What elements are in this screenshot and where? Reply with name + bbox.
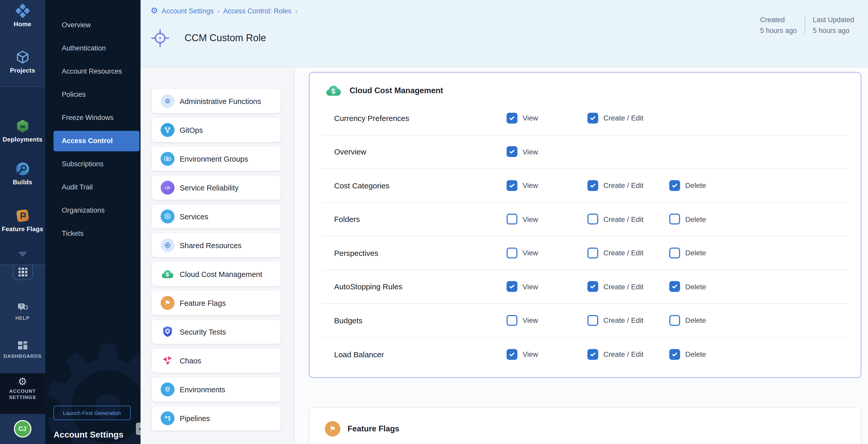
delete-cell: Delete — [669, 214, 848, 225]
permission-row-label: Currency Preferences — [334, 114, 506, 123]
view-checkbox[interactable] — [506, 214, 518, 225]
module-chevron-button[interactable] — [0, 252, 45, 257]
create-checkbox[interactable] — [587, 248, 598, 258]
apps-grid-button[interactable] — [13, 264, 33, 280]
nav-help[interactable]: ?HELP — [0, 301, 45, 321]
view-cell: View — [506, 281, 587, 292]
envgroups-icon — [161, 152, 175, 166]
module-item-servicerel[interactable]: Service Reliability — [152, 176, 281, 200]
sidebar-item-subscriptions[interactable]: Subscriptions — [45, 152, 140, 176]
create-checkbox[interactable] — [587, 281, 598, 292]
module-nav-strip: HomeProjects∞DeploymentsBuildsFeature Fl… — [0, 0, 45, 444]
module-label: GitOps — [180, 126, 203, 134]
sidebar-item-organizations[interactable]: Organizations — [45, 199, 140, 222]
checkbox-label: Delete — [685, 249, 706, 257]
create-permission: Create / Edit — [587, 113, 669, 124]
module-item-shared[interactable]: Shared Resources — [152, 233, 281, 257]
module-item-admin[interactable]: ⚙Administrative Functions — [152, 89, 281, 113]
breadcrumb-separator: › — [295, 7, 298, 15]
sidebar-item-access-control[interactable]: Access Control — [53, 130, 139, 151]
builds-icon — [15, 161, 30, 177]
permission-row-label: Folders — [334, 215, 506, 224]
delete-checkbox[interactable] — [669, 315, 680, 326]
permission-row-label: Load Balancer — [334, 350, 506, 359]
create-checkbox[interactable] — [587, 180, 598, 191]
create-checkbox[interactable] — [587, 214, 598, 225]
sidebar-item-freeze-windows[interactable]: Freeze Windows — [45, 106, 140, 129]
module-item-ffmod[interactable]: ⚑Feature Flags — [152, 291, 281, 315]
view-checkbox[interactable] — [506, 180, 518, 191]
sidebar-item-overview[interactable]: Overview — [45, 13, 140, 36]
create-cell: Create / Edit — [587, 214, 669, 225]
view-permission: View — [506, 214, 587, 225]
view-permission: View — [506, 281, 587, 292]
servicerel-icon — [161, 181, 175, 195]
admin-icon: ⚙ — [161, 94, 175, 108]
module-item-environments[interactable]: Environments — [152, 377, 281, 402]
page-header: ⚙ Account Settings › Access Control: Rol… — [140, 0, 868, 67]
view-checkbox[interactable] — [506, 315, 518, 326]
nav-feature-flags[interactable]: Feature Flags — [0, 208, 45, 233]
view-checkbox[interactable] — [506, 113, 518, 124]
nav-deployments[interactable]: ∞Deployments — [0, 118, 45, 143]
view-checkbox[interactable] — [506, 349, 518, 360]
module-item-gitops[interactable]: GitOps — [152, 118, 281, 142]
nav-label: DASHBOARDS — [3, 353, 41, 359]
module-item-security[interactable]: Security Tests — [152, 320, 281, 344]
nav-label: Feature Flags — [2, 225, 43, 233]
delete-cell: Delete — [669, 248, 848, 258]
nav-projects[interactable]: Projects — [0, 50, 45, 74]
checkbox-label: Create / Edit — [603, 283, 644, 291]
deployments-icon: ∞ — [15, 118, 30, 134]
svg-text:?: ? — [20, 304, 23, 308]
module-item-services[interactable]: Services — [152, 204, 281, 228]
nav-label: Projects — [10, 67, 35, 74]
checkbox-label: View — [523, 350, 538, 358]
nav-dashboards[interactable]: DASHBOARDS — [0, 339, 45, 359]
module-item-pipelines[interactable]: Pipelines — [152, 406, 281, 431]
settings-sidebar: ⚙ OverviewAuthenticationAccount Resource… — [45, 0, 140, 444]
projects-icon — [15, 50, 30, 65]
module-label: Environments — [180, 385, 225, 393]
breadcrumb-account-settings[interactable]: Account Settings — [162, 7, 214, 15]
sidebar-item-policies[interactable]: Policies — [45, 83, 140, 106]
view-checkbox[interactable] — [506, 248, 518, 258]
create-permission: Create / Edit — [587, 180, 669, 191]
sidebar-item-tickets[interactable]: Tickets — [45, 222, 140, 245]
sidebar-item-audit-trail[interactable]: Audit Trail — [45, 176, 140, 199]
feature-flags-icon — [15, 208, 30, 223]
breadcrumb-access-control-roles[interactable]: Access Control: Roles — [223, 7, 292, 15]
delete-checkbox[interactable] — [669, 349, 680, 360]
nav-builds[interactable]: Builds — [0, 161, 45, 186]
module-item-envgroups[interactable]: Environment Groups — [152, 147, 281, 171]
account-settings-label: ACCOUNTSETTINGS — [9, 388, 36, 401]
create-checkbox[interactable] — [587, 349, 598, 360]
module-list-panel: ⚙Administrative FunctionsGitOpsEnvironme… — [140, 67, 294, 444]
updated-meta: Last Updated 5 hours ago — [813, 16, 854, 34]
checkbox-label: Delete — [685, 350, 706, 358]
gear-icon: ⚙ — [18, 376, 27, 387]
delete-checkbox[interactable] — [669, 281, 680, 292]
module-item-ccm[interactable]: $Cloud Cost Management — [152, 262, 281, 286]
delete-checkbox[interactable] — [669, 180, 680, 191]
user-avatar[interactable]: CJ — [13, 420, 31, 438]
launch-first-generation-button[interactable]: Launch First Generation — [53, 405, 130, 420]
sidebar-item-authentication[interactable]: Authentication — [45, 36, 140, 60]
create-checkbox[interactable] — [587, 315, 598, 326]
nav-account-settings[interactable]: ⚙ ACCOUNTSETTINGS — [0, 376, 45, 401]
sidebar-item-account-resources[interactable]: Account Resources — [45, 60, 140, 83]
nav-home[interactable]: Home — [0, 3, 45, 28]
module-item-chaos[interactable]: Chaos — [152, 349, 281, 373]
delete-checkbox[interactable] — [669, 248, 680, 258]
delete-checkbox[interactable] — [669, 214, 680, 225]
checkbox-label: View — [523, 148, 538, 156]
cloud-cost-management-card: $ Cloud Cost Management Currency Prefere… — [309, 72, 861, 378]
role-meta: Created 5 hours ago Last Updated 5 hours… — [760, 16, 854, 34]
checkbox-label: Create / Edit — [603, 182, 644, 190]
checkbox-label: View — [523, 249, 538, 257]
delete-cell: Delete — [669, 281, 848, 292]
sidebar-collapse-button[interactable]: ◀ — [136, 422, 140, 435]
create-checkbox[interactable] — [587, 113, 598, 124]
view-checkbox[interactable] — [506, 147, 518, 157]
view-checkbox[interactable] — [506, 281, 518, 292]
